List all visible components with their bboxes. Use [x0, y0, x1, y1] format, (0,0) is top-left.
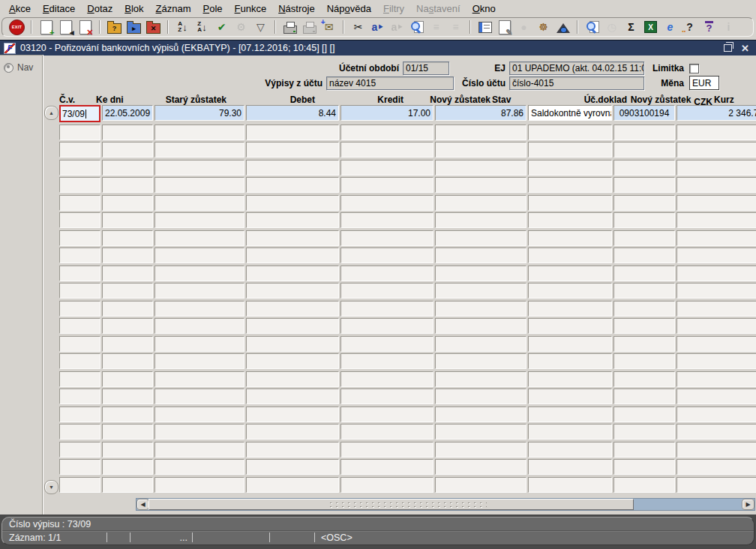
cell-kedni[interactable]	[102, 388, 153, 404]
cell-debet[interactable]	[246, 406, 339, 422]
ej-field[interactable]: 01 UPADEMO (akt. 04.02.15 11:02	[509, 62, 644, 75]
cell-cv[interactable]: 73/09	[59, 105, 100, 122]
cell-cv[interactable]	[59, 336, 100, 352]
cell-stary[interactable]	[154, 388, 244, 404]
cell-debet[interactable]	[246, 142, 339, 158]
cell-cv[interactable]	[59, 266, 100, 281]
cell-novy[interactable]	[435, 459, 526, 475]
cell-stav[interactable]	[528, 230, 612, 246]
cell-kedni[interactable]	[102, 406, 153, 422]
cell-stary[interactable]	[154, 459, 244, 475]
cell-doklad[interactable]	[614, 388, 675, 404]
cell-novyczk[interactable]	[676, 124, 756, 140]
menu-item-blok[interactable]: Blok	[118, 1, 149, 16]
excel-export-icon[interactable]: X	[641, 19, 660, 35]
cell-debet[interactable]	[246, 459, 339, 475]
cell-stav[interactable]	[528, 477, 612, 493]
menu-item-nastroje[interactable]: Nástroje	[272, 1, 320, 16]
cell-stary[interactable]	[154, 212, 244, 228]
cell-novyczk[interactable]	[676, 266, 756, 281]
cell-cv[interactable]	[59, 459, 100, 475]
execute-query-icon[interactable]: ▸	[124, 19, 143, 35]
ucetni-obdobi-field[interactable]: 01/15	[403, 62, 449, 75]
cell-novyczk[interactable]	[676, 142, 756, 158]
cell-novyczk[interactable]	[676, 388, 756, 404]
cell-novy[interactable]	[435, 371, 526, 387]
cell-debet[interactable]	[246, 477, 339, 493]
cell-stav[interactable]	[528, 406, 612, 422]
cell-doklad[interactable]	[614, 142, 675, 158]
cell-stary[interactable]	[154, 318, 244, 334]
cell-novy[interactable]	[435, 353, 526, 369]
mail-icon[interactable]: ✉+	[320, 19, 338, 35]
delete-record-icon[interactable]: ✕	[76, 19, 94, 35]
cell-novy[interactable]	[435, 336, 526, 352]
zoom-item-icon[interactable]	[407, 19, 426, 35]
cell-doklad[interactable]	[614, 406, 675, 422]
cell-cv[interactable]	[59, 212, 100, 228]
cell-stav[interactable]	[528, 301, 612, 316]
cell-stary[interactable]	[154, 266, 244, 281]
cell-kredit[interactable]	[340, 177, 434, 193]
scroll-up-icon[interactable]: ▲	[44, 106, 58, 120]
cell-novyczk[interactable]	[676, 477, 756, 493]
cell-kredit[interactable]	[340, 388, 434, 404]
cell-doklad[interactable]	[614, 195, 675, 211]
cell-debet[interactable]	[246, 318, 339, 334]
cell-stary[interactable]	[154, 301, 244, 316]
limitka-checkbox[interactable]	[689, 64, 699, 74]
cell-doklad[interactable]	[614, 160, 675, 176]
enter-query-icon[interactable]: ?	[105, 19, 124, 35]
cell-cv[interactable]	[59, 371, 100, 387]
cell-novy[interactable]	[435, 212, 526, 228]
cell-kredit[interactable]	[340, 424, 434, 440]
cell-novyczk[interactable]	[676, 442, 756, 458]
cell-debet[interactable]	[246, 371, 339, 387]
cell-doklad[interactable]	[614, 336, 675, 352]
cell-kredit[interactable]	[340, 142, 434, 158]
cell-cv[interactable]	[59, 318, 100, 334]
cell-kedni[interactable]	[102, 230, 153, 246]
cell-debet[interactable]	[246, 424, 339, 440]
menu-item-okno[interactable]: Okno	[466, 1, 502, 16]
filter-funnel-icon[interactable]: ▽	[251, 19, 270, 35]
cell-stav[interactable]	[528, 388, 612, 404]
cell-novy[interactable]	[435, 142, 526, 158]
cell-debet[interactable]	[246, 177, 339, 193]
cell-debet[interactable]	[246, 442, 339, 458]
menu-item-dotaz[interactable]: Dotaz	[81, 1, 118, 16]
cell-novyczk[interactable]	[676, 353, 756, 369]
vypisy-field[interactable]: název 4015	[326, 76, 454, 90]
cell-novy[interactable]	[435, 230, 526, 246]
print-icon[interactable]	[280, 19, 299, 35]
cell-debet[interactable]	[246, 353, 339, 369]
menu-item-zaznam[interactable]: Záznam	[150, 1, 197, 16]
cell-kredit[interactable]	[340, 459, 434, 475]
cancel-query-icon[interactable]: ✕	[144, 19, 163, 35]
cut-icon[interactable]: ✂	[349, 19, 368, 35]
cell-kedni[interactable]	[102, 459, 153, 475]
cell-novyczk[interactable]	[676, 318, 756, 334]
cell-stary[interactable]	[154, 142, 244, 158]
cell-cv[interactable]	[59, 230, 100, 246]
commit-icon[interactable]: ✔	[212, 19, 231, 35]
cell-novyczk[interactable]	[676, 336, 756, 352]
menu-item-funkce[interactable]: Funkce	[229, 1, 273, 16]
cell-doklad[interactable]	[614, 248, 675, 263]
cell-novyczk[interactable]	[676, 424, 756, 440]
cell-debet[interactable]	[246, 336, 339, 352]
cell-kedni[interactable]	[102, 266, 153, 281]
scroll-left-icon[interactable]: ◀	[136, 499, 149, 510]
cell-stav[interactable]	[528, 248, 612, 263]
exit-icon[interactable]: EXIT	[8, 19, 26, 35]
cell-doklad[interactable]	[614, 353, 675, 369]
cell-novy[interactable]	[435, 160, 526, 176]
cell-novyczk[interactable]	[676, 371, 756, 387]
cell-doklad[interactable]	[614, 442, 675, 458]
menu-item-pole[interactable]: Pole	[197, 1, 229, 16]
cell-novyczk[interactable]	[676, 248, 756, 263]
cell-doklad[interactable]	[614, 371, 675, 387]
cell-stary[interactable]	[154, 371, 244, 387]
duplicate-record-icon[interactable]: ◂	[56, 19, 75, 35]
scrollbar-thumb[interactable]	[148, 499, 634, 510]
